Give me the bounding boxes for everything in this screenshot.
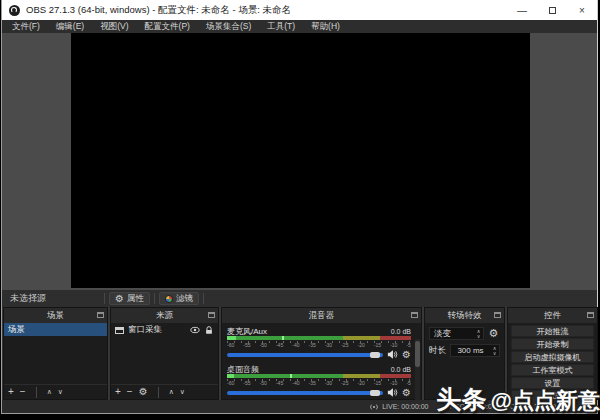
meter-peak-marker	[282, 336, 284, 340]
scale-tick-label: -15	[374, 381, 381, 386]
sources-title: 来源	[156, 310, 173, 322]
scale-tick-label: -40	[292, 381, 299, 386]
menu-item[interactable]: 编辑(E)	[48, 21, 92, 33]
rec-dot-icon: ●	[443, 403, 447, 410]
filters-button[interactable]: 滤镜	[159, 292, 199, 305]
dock-options-icon[interactable]	[411, 312, 418, 318]
sources-header[interactable]: 来源	[111, 308, 218, 323]
lock-icon[interactable]	[204, 325, 214, 335]
control-button[interactable]: 设置	[511, 377, 594, 389]
dock-options-icon[interactable]	[208, 312, 215, 318]
minimize-button[interactable]: —	[507, 0, 537, 20]
volume-slider-handle[interactable]	[370, 352, 380, 358]
controls-header[interactable]: 控件	[508, 308, 597, 323]
mixer-header[interactable]: 混音器	[222, 308, 421, 323]
volume-slider[interactable]	[227, 353, 383, 357]
move-scene-up-button[interactable]: ∧	[47, 388, 52, 396]
mixer-scrollbar[interactable]	[415, 339, 420, 400]
move-source-down-button[interactable]: ∨	[180, 388, 185, 396]
transition-select[interactable]: 淡变 ∧∨	[429, 327, 484, 340]
transition-selected-value: 淡变	[430, 328, 474, 340]
scale-tick-label: -10	[390, 381, 397, 386]
source-item[interactable]: 窗口采集	[111, 323, 218, 337]
scale-tick-label: -30	[325, 343, 332, 348]
filters-label: 滤镜	[176, 293, 193, 305]
duration-label: 时长	[429, 345, 446, 357]
scenes-title: 场景	[47, 310, 64, 322]
maximize-icon	[549, 7, 556, 14]
channel-gear-icon[interactable]: ⚙	[402, 350, 411, 360]
transitions-title: 转场特效	[448, 310, 482, 322]
visibility-eye-icon[interactable]	[190, 325, 200, 335]
add-source-button[interactable]: +	[115, 387, 121, 397]
scale-tick-label: -60	[227, 381, 234, 386]
duration-spinbox[interactable]: 300 ms ∧∨	[450, 344, 500, 357]
window-controls: — ×	[507, 0, 597, 20]
volume-row: ⚙	[227, 387, 411, 398]
control-button[interactable]: 启动虚拟摄像机	[511, 351, 594, 363]
dock-options-icon[interactable]	[494, 312, 501, 318]
controls-panel: 控件 开始推流开始录制启动虚拟摄像机工作室模式设置退出	[507, 307, 598, 400]
menu-item[interactable]: 配置文件(P)	[137, 21, 198, 33]
speaker-icon[interactable]	[387, 387, 398, 398]
dock-options-icon[interactable]	[587, 312, 594, 318]
scale-tick-label: -40	[292, 343, 299, 348]
move-scene-down-button[interactable]: ∨	[58, 388, 63, 396]
properties-button[interactable]: ⚙ 属性	[109, 292, 150, 305]
separator	[203, 293, 204, 304]
separator	[36, 387, 37, 398]
dock-row: 场景 场景 + − ∧ ∨ 来源	[2, 307, 597, 400]
scenes-panel: 场景 场景 + − ∧ ∨	[3, 307, 108, 400]
menu-item[interactable]: 工具(T)	[259, 21, 303, 33]
scene-item[interactable]: 场景	[4, 323, 107, 336]
add-scene-button[interactable]: +	[8, 387, 14, 397]
transitions-panel: 转场特效 淡变 ∧∨ ⚙ 时长	[424, 307, 505, 400]
scale-tick-label: -50	[260, 343, 267, 348]
combo-arrows-icon[interactable]: ∧∨	[474, 329, 483, 339]
mixer-channel-mic: 麦克风/Aux 0.0 dB -60-55-50-45-40-35-30-25-…	[227, 326, 411, 360]
volume-slider[interactable]	[227, 391, 383, 395]
scale-tick-label: -25	[341, 381, 348, 386]
transition-gear-button[interactable]: ⚙	[487, 327, 500, 340]
volume-slider-handle[interactable]	[370, 390, 380, 396]
transitions-header[interactable]: 转场特效	[425, 308, 504, 323]
scale-tick-label: -30	[325, 381, 332, 386]
menu-item[interactable]: 帮助(H)	[303, 21, 348, 33]
meter-yellow-zone	[343, 374, 380, 378]
meter-level	[227, 336, 236, 340]
scenes-toolbar: + − ∧ ∨	[4, 384, 107, 399]
menu-item[interactable]: 视图(V)	[92, 21, 136, 33]
separator	[158, 387, 159, 398]
control-button[interactable]: 开始推流	[511, 325, 594, 337]
scene-list: 场景	[4, 323, 107, 384]
scale-tick-label: -25	[341, 343, 348, 348]
duration-value: 300 ms	[451, 346, 490, 355]
obs-logo-icon	[9, 5, 20, 16]
mixer-scrollbar-thumb[interactable]	[415, 341, 420, 367]
scenes-header[interactable]: 场景	[4, 308, 107, 323]
meter-scale: -60-55-50-45-40-35-30-25-20-15-10-5	[227, 379, 411, 386]
sources-panel: 来源 窗口采集	[110, 307, 219, 400]
scale-tick-label: -20	[358, 381, 365, 386]
remove-source-button[interactable]: −	[127, 387, 133, 397]
preview-canvas[interactable]	[71, 33, 530, 288]
move-source-up-button[interactable]: ∧	[169, 388, 174, 396]
scale-tick-label: -5	[406, 343, 410, 348]
maximize-button[interactable]	[537, 0, 567, 20]
speaker-icon[interactable]	[387, 349, 398, 360]
menu-item[interactable]: 文件(F)	[4, 21, 48, 33]
channel-gear-icon[interactable]: ⚙	[402, 388, 411, 398]
close-button[interactable]: ×	[567, 0, 597, 20]
source-properties-gear-icon[interactable]: ⚙	[139, 387, 148, 397]
scale-tick-label: -10	[390, 343, 397, 348]
mixer-body: 麦克风/Aux 0.0 dB -60-55-50-45-40-35-30-25-…	[222, 323, 421, 402]
menu-item[interactable]: 场景集合(S)	[198, 21, 259, 33]
control-button[interactable]: 开始录制	[511, 338, 594, 350]
menu-bar: 文件(F)编辑(E)视图(V)配置文件(P)场景集合(S)工具(T)帮助(H)	[2, 20, 597, 33]
dock-options-icon[interactable]	[97, 312, 104, 318]
scale-tick-label: -60	[227, 343, 234, 348]
spinbox-arrows-icon[interactable]: ∧∨	[490, 346, 499, 356]
remove-scene-button[interactable]: −	[20, 387, 26, 397]
controls-title: 控件	[544, 310, 561, 322]
control-button[interactable]: 工作室模式	[511, 364, 594, 376]
